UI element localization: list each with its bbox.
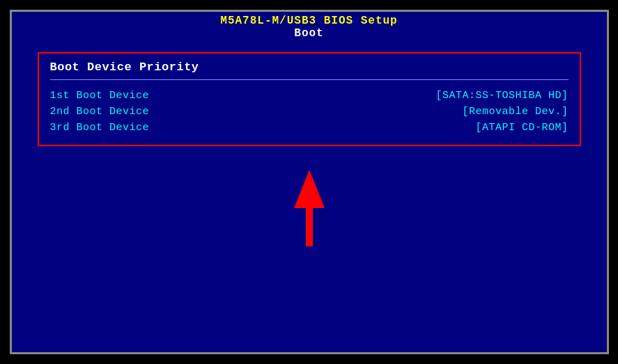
bios-subtitle: Boot <box>12 27 607 40</box>
panel-title: Boot Device Priority <box>50 61 569 74</box>
boot-entries-list: 1st Boot Device [SATA:SS-TOSHIBA HD] 2nd… <box>50 90 569 134</box>
bios-title: M5A78L-M/USB3 BIOS Setup <box>12 15 607 27</box>
arrow-container <box>294 163 325 341</box>
boot-value-2nd: [Removable Dev.] <box>462 106 568 118</box>
main-content: Boot Device Priority 1st Boot Device [SA… <box>12 41 607 352</box>
boot-entry-2nd[interactable]: 2nd Boot Device [Removable Dev.] <box>50 106 569 118</box>
boot-entry-3rd[interactable]: 3rd Boot Device [ATAPI CD-ROM] <box>50 122 569 134</box>
boot-label-1st: 1st Boot Device <box>50 90 150 102</box>
up-arrow-icon <box>294 170 325 246</box>
boot-label-2nd: 2nd Boot Device <box>50 106 150 118</box>
boot-entry-1st[interactable]: 1st Boot Device [SATA:SS-TOSHIBA HD] <box>50 90 569 102</box>
bios-header: M5A78L-M/USB3 BIOS Setup Boot <box>12 12 607 41</box>
svg-rect-0 <box>306 205 313 246</box>
panel-divider <box>50 79 569 80</box>
boot-device-priority-panel: Boot Device Priority 1st Boot Device [SA… <box>38 52 581 146</box>
boot-value-3rd: [ATAPI CD-ROM] <box>475 122 568 134</box>
boot-value-1st: [SATA:SS-TOSHIBA HD] <box>435 90 568 102</box>
svg-marker-1 <box>294 170 325 208</box>
boot-label-3rd: 3rd Boot Device <box>50 122 150 134</box>
bios-screen: M5A78L-M/USB3 BIOS Setup Boot Boot Devic… <box>10 10 609 354</box>
